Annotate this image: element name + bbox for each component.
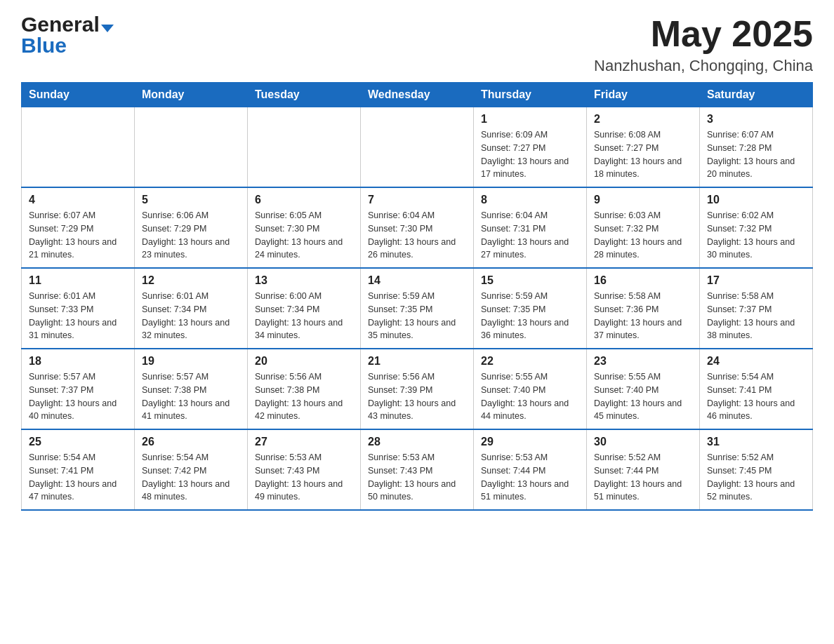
calendar-week-row: 1Sunrise: 6:09 AM Sunset: 7:27 PM Daylig… (22, 107, 813, 188)
day-number: 23 (594, 355, 692, 368)
calendar-cell: 18Sunrise: 5:57 AM Sunset: 7:37 PM Dayli… (22, 349, 135, 429)
day-number: 1 (481, 113, 579, 126)
day-number: 8 (481, 194, 579, 206)
day-info: Sunrise: 6:03 AM Sunset: 7:32 PM Dayligh… (594, 209, 692, 262)
calendar-cell: 9Sunrise: 6:03 AM Sunset: 7:32 PM Daylig… (587, 187, 700, 268)
calendar-cell: 23Sunrise: 5:55 AM Sunset: 7:40 PM Dayli… (587, 349, 700, 429)
calendar-cell: 19Sunrise: 5:57 AM Sunset: 7:38 PM Dayli… (135, 349, 248, 429)
calendar-day-header: Friday (587, 83, 700, 107)
calendar-day-header: Thursday (474, 83, 587, 107)
day-info: Sunrise: 6:09 AM Sunset: 7:27 PM Dayligh… (481, 128, 579, 181)
day-info: Sunrise: 6:02 AM Sunset: 7:32 PM Dayligh… (707, 209, 805, 262)
calendar-week-row: 4Sunrise: 6:07 AM Sunset: 7:29 PM Daylig… (22, 187, 813, 268)
day-number: 26 (142, 436, 240, 448)
day-info: Sunrise: 5:56 AM Sunset: 7:39 PM Dayligh… (368, 370, 466, 423)
calendar-day-header: Wednesday (361, 83, 474, 107)
calendar-cell: 5Sunrise: 6:06 AM Sunset: 7:29 PM Daylig… (135, 187, 248, 268)
day-number: 2 (594, 113, 692, 126)
calendar-cell: 24Sunrise: 5:54 AM Sunset: 7:41 PM Dayli… (700, 349, 813, 429)
calendar-cell: 3Sunrise: 6:07 AM Sunset: 7:28 PM Daylig… (700, 107, 813, 188)
day-number: 3 (707, 113, 805, 126)
calendar-cell: 30Sunrise: 5:52 AM Sunset: 7:44 PM Dayli… (587, 429, 700, 510)
calendar-cell: 4Sunrise: 6:07 AM Sunset: 7:29 PM Daylig… (22, 187, 135, 268)
day-number: 9 (594, 194, 692, 206)
day-number: 15 (481, 274, 579, 287)
calendar-cell: 14Sunrise: 5:59 AM Sunset: 7:35 PM Dayli… (361, 268, 474, 349)
calendar-cell (248, 107, 361, 188)
page-title: May 2025 (594, 14, 813, 54)
calendar-week-row: 11Sunrise: 6:01 AM Sunset: 7:33 PM Dayli… (22, 268, 813, 349)
calendar-cell: 21Sunrise: 5:56 AM Sunset: 7:39 PM Dayli… (361, 349, 474, 429)
calendar-day-header: Monday (135, 83, 248, 107)
calendar-cell: 26Sunrise: 5:54 AM Sunset: 7:42 PM Dayli… (135, 429, 248, 510)
calendar-week-row: 25Sunrise: 5:54 AM Sunset: 7:41 PM Dayli… (22, 429, 813, 510)
calendar-cell: 22Sunrise: 5:55 AM Sunset: 7:40 PM Dayli… (474, 349, 587, 429)
calendar-cell: 11Sunrise: 6:01 AM Sunset: 7:33 PM Dayli… (22, 268, 135, 349)
day-info: Sunrise: 5:52 AM Sunset: 7:45 PM Dayligh… (707, 451, 805, 504)
logo: General Blue (21, 14, 114, 56)
page-header: General Blue May 2025 Nanzhushan, Chongq… (21, 14, 813, 75)
day-info: Sunrise: 5:56 AM Sunset: 7:38 PM Dayligh… (255, 370, 353, 423)
day-info: Sunrise: 5:55 AM Sunset: 7:40 PM Dayligh… (594, 370, 692, 423)
calendar-cell: 25Sunrise: 5:54 AM Sunset: 7:41 PM Dayli… (22, 429, 135, 510)
day-number: 17 (707, 274, 805, 287)
calendar-cell (22, 107, 135, 188)
calendar-cell: 2Sunrise: 6:08 AM Sunset: 7:27 PM Daylig… (587, 107, 700, 188)
day-info: Sunrise: 6:08 AM Sunset: 7:27 PM Dayligh… (594, 128, 692, 181)
logo-general-text: General (21, 14, 100, 35)
day-number: 14 (368, 274, 466, 287)
day-info: Sunrise: 6:01 AM Sunset: 7:33 PM Dayligh… (29, 290, 127, 342)
day-number: 30 (594, 436, 692, 448)
day-info: Sunrise: 6:06 AM Sunset: 7:29 PM Dayligh… (142, 209, 240, 262)
day-number: 29 (481, 436, 579, 448)
day-info: Sunrise: 5:55 AM Sunset: 7:40 PM Dayligh… (481, 370, 579, 423)
day-info: Sunrise: 5:57 AM Sunset: 7:37 PM Dayligh… (29, 370, 127, 423)
day-info: Sunrise: 5:57 AM Sunset: 7:38 PM Dayligh… (142, 370, 240, 423)
day-number: 6 (255, 194, 353, 206)
day-info: Sunrise: 5:54 AM Sunset: 7:41 PM Dayligh… (707, 370, 805, 423)
day-info: Sunrise: 6:04 AM Sunset: 7:31 PM Dayligh… (481, 209, 579, 262)
calendar-cell (361, 107, 474, 188)
day-info: Sunrise: 6:05 AM Sunset: 7:30 PM Dayligh… (255, 209, 353, 262)
calendar-cell: 28Sunrise: 5:53 AM Sunset: 7:43 PM Dayli… (361, 429, 474, 510)
calendar-day-header: Tuesday (248, 83, 361, 107)
day-info: Sunrise: 5:59 AM Sunset: 7:35 PM Dayligh… (368, 290, 466, 342)
title-block: May 2025 Nanzhushan, Chongqing, China (594, 14, 813, 75)
day-number: 13 (255, 274, 353, 287)
calendar-cell: 1Sunrise: 6:09 AM Sunset: 7:27 PM Daylig… (474, 107, 587, 188)
calendar-day-header: Sunday (22, 83, 135, 107)
day-info: Sunrise: 5:53 AM Sunset: 7:43 PM Dayligh… (368, 451, 466, 504)
day-number: 21 (368, 355, 466, 368)
calendar-cell: 17Sunrise: 5:58 AM Sunset: 7:37 PM Dayli… (700, 268, 813, 349)
day-info: Sunrise: 5:54 AM Sunset: 7:42 PM Dayligh… (142, 451, 240, 504)
day-info: Sunrise: 6:04 AM Sunset: 7:30 PM Dayligh… (368, 209, 466, 262)
calendar-table: SundayMondayTuesdayWednesdayThursdayFrid… (21, 82, 813, 511)
calendar-cell: 12Sunrise: 6:01 AM Sunset: 7:34 PM Dayli… (135, 268, 248, 349)
calendar-cell: 27Sunrise: 5:53 AM Sunset: 7:43 PM Dayli… (248, 429, 361, 510)
calendar-day-header: Saturday (700, 83, 813, 107)
day-info: Sunrise: 5:54 AM Sunset: 7:41 PM Dayligh… (29, 451, 127, 504)
day-number: 16 (594, 274, 692, 287)
day-number: 31 (707, 436, 805, 448)
day-number: 18 (29, 355, 127, 368)
day-number: 27 (255, 436, 353, 448)
day-number: 28 (368, 436, 466, 448)
calendar-cell: 13Sunrise: 6:00 AM Sunset: 7:34 PM Dayli… (248, 268, 361, 349)
day-number: 24 (707, 355, 805, 368)
day-info: Sunrise: 6:01 AM Sunset: 7:34 PM Dayligh… (142, 290, 240, 342)
day-number: 25 (29, 436, 127, 448)
day-number: 20 (255, 355, 353, 368)
calendar-cell: 8Sunrise: 6:04 AM Sunset: 7:31 PM Daylig… (474, 187, 587, 268)
calendar-cell: 10Sunrise: 6:02 AM Sunset: 7:32 PM Dayli… (700, 187, 813, 268)
calendar-cell: 16Sunrise: 5:58 AM Sunset: 7:36 PM Dayli… (587, 268, 700, 349)
day-info: Sunrise: 5:52 AM Sunset: 7:44 PM Dayligh… (594, 451, 692, 504)
page-subtitle: Nanzhushan, Chongqing, China (594, 57, 813, 75)
day-number: 12 (142, 274, 240, 287)
day-info: Sunrise: 6:07 AM Sunset: 7:29 PM Dayligh… (29, 209, 127, 262)
calendar-cell: 15Sunrise: 5:59 AM Sunset: 7:35 PM Dayli… (474, 268, 587, 349)
day-info: Sunrise: 5:53 AM Sunset: 7:43 PM Dayligh… (255, 451, 353, 504)
calendar-header-row: SundayMondayTuesdayWednesdayThursdayFrid… (22, 83, 813, 107)
day-number: 11 (29, 274, 127, 287)
day-info: Sunrise: 5:59 AM Sunset: 7:35 PM Dayligh… (481, 290, 579, 342)
day-number: 22 (481, 355, 579, 368)
